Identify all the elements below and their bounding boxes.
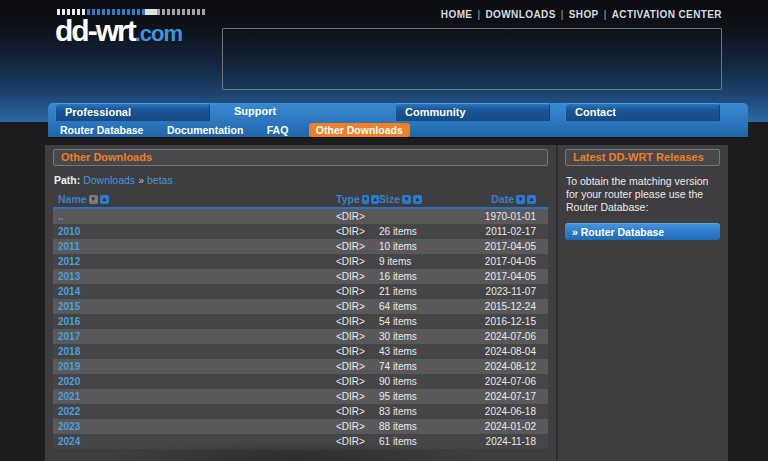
date-cell: 2024-08-12 xyxy=(466,359,548,374)
size-cell: 95 items xyxy=(379,389,466,404)
table-row: 2016<DIR>54 items2016-12-15 xyxy=(53,314,548,329)
size-cell: 21 items xyxy=(379,284,466,299)
directory-link[interactable]: 2019 xyxy=(58,361,80,372)
type-cell: <DIR> xyxy=(336,404,379,419)
table-row: 2023<DIR>88 items2024-01-02 xyxy=(53,419,548,434)
directory-link[interactable]: 2010 xyxy=(58,226,80,237)
subnav-item-other-downloads[interactable]: Other Downloads xyxy=(309,123,410,137)
table-row: 2022<DIR>83 items2024-06-18 xyxy=(53,404,548,419)
size-cell: 43 items xyxy=(379,344,466,359)
directory-link[interactable]: 2017 xyxy=(58,331,80,342)
date-cell: 2024-07-17 xyxy=(466,389,548,404)
directory-link[interactable]: 2016 xyxy=(58,316,80,327)
table-rows: ..<DIR>1970-01-012010<DIR>26 items2011-0… xyxy=(53,209,548,449)
date-cell: 2016-12-15 xyxy=(466,314,548,329)
breadcrumb-label: Path: xyxy=(54,174,80,186)
directory-link[interactable]: 2021 xyxy=(58,391,80,402)
sort-asc-icon[interactable]: ▲ xyxy=(371,195,379,204)
directory-link[interactable]: 2018 xyxy=(58,346,80,357)
logo[interactable]: dd-wrt.com xyxy=(55,9,215,49)
subnav-item-faq[interactable]: FAQ xyxy=(267,124,289,136)
date-cell: 2017-04-05 xyxy=(466,269,548,284)
column-header-type[interactable]: Type xyxy=(336,193,360,205)
table-row: 2011<DIR>10 items2017-04-05 xyxy=(53,239,548,254)
directory-link[interactable]: 2023 xyxy=(58,421,80,432)
top-nav: HOME|DOWNLOADS|SHOP|ACTIVATION CENTER xyxy=(441,9,722,20)
top-nav-link-shop[interactable]: SHOP xyxy=(569,9,599,20)
directory-link[interactable]: 2020 xyxy=(58,376,80,387)
sort-desc-icon[interactable]: ▼ xyxy=(516,195,525,204)
breadcrumb: Path: Downloads»betas xyxy=(54,174,548,186)
top-nav-link-home[interactable]: HOME xyxy=(441,9,473,20)
sort-asc-icon[interactable]: ▲ xyxy=(413,195,422,204)
size-cell: 10 items xyxy=(379,239,466,254)
nav-separator: | xyxy=(561,9,564,20)
date-cell: 2015-12-24 xyxy=(466,299,548,314)
date-cell: 2011-02-17 xyxy=(466,224,548,239)
content-panel: Other Downloads Path: Downloads»betas Na… xyxy=(45,145,728,461)
type-cell: <DIR> xyxy=(336,224,379,239)
tab-support[interactable]: Support xyxy=(225,103,380,121)
directory-link[interactable]: 2014 xyxy=(58,286,80,297)
sort-asc-icon[interactable]: ▲ xyxy=(527,195,536,204)
sidebar-text: To obtain the matching version for your … xyxy=(566,175,720,214)
directory-link[interactable]: 2022 xyxy=(58,406,80,417)
table-row: 2013<DIR>16 items2017-04-05 xyxy=(53,269,548,284)
breadcrumb-link-betas[interactable]: betas xyxy=(147,174,173,186)
directory-link[interactable]: 2024 xyxy=(58,436,80,447)
size-cell: 30 items xyxy=(379,329,466,344)
sidebar-title: Latest DD-WRT Releases xyxy=(565,149,720,166)
directory-link[interactable]: 2011 xyxy=(58,241,80,252)
type-cell: <DIR> xyxy=(336,239,379,254)
date-cell: 2024-01-02 xyxy=(466,419,548,434)
date-cell: 1970-01-01 xyxy=(466,209,548,224)
sort-desc-icon[interactable]: ▼ xyxy=(362,195,370,204)
date-cell: 2024-08-04 xyxy=(466,344,548,359)
size-cell xyxy=(379,209,466,224)
nav-separator: | xyxy=(477,9,480,20)
sort-asc-icon[interactable]: ▲ xyxy=(100,195,109,204)
directory-link[interactable]: .. xyxy=(58,211,64,222)
tab-professional[interactable]: Professional xyxy=(55,103,210,121)
page: HOME|DOWNLOADS|SHOP|ACTIVATION CENTER dd… xyxy=(0,0,768,461)
banner-placeholder-box xyxy=(222,28,722,90)
subnav-item-router-database[interactable]: Router Database xyxy=(60,124,143,136)
date-cell: 2024-11-18 xyxy=(466,434,548,449)
sort-desc-icon[interactable]: ▼ xyxy=(402,195,411,204)
table-row: 2020<DIR>90 items2024-07-06 xyxy=(53,374,548,389)
table-row: 2019<DIR>74 items2024-08-12 xyxy=(53,359,548,374)
date-cell: 2024-07-06 xyxy=(466,329,548,344)
router-database-button[interactable]: » Router Database xyxy=(565,223,720,240)
directory-link[interactable]: 2012 xyxy=(58,256,80,267)
type-cell: <DIR> xyxy=(336,284,379,299)
directory-link[interactable]: 2013 xyxy=(58,271,80,282)
sort-desc-icon[interactable]: ▼ xyxy=(89,195,98,204)
column-header-size[interactable]: Size xyxy=(379,193,400,205)
column-header-date[interactable]: Date xyxy=(491,193,514,205)
table-row: 2014<DIR>21 items2023-11-07 xyxy=(53,284,548,299)
sidebar: Latest DD-WRT Releases To obtain the mat… xyxy=(558,145,728,461)
logo-wordmark: dd-wrt.com xyxy=(55,16,215,49)
size-cell: 16 items xyxy=(379,269,466,284)
size-cell: 74 items xyxy=(379,359,466,374)
table-row: 2017<DIR>30 items2024-07-06 xyxy=(53,329,548,344)
main-column: Other Downloads Path: Downloads»betas Na… xyxy=(45,145,556,461)
tab-contact[interactable]: Contact xyxy=(565,103,720,121)
directory-link[interactable]: 2015 xyxy=(58,301,80,312)
table-row: 2015<DIR>64 items2015-12-24 xyxy=(53,299,548,314)
date-cell: 2024-06-18 xyxy=(466,404,548,419)
tab-bar: Professional Support Community Contact R… xyxy=(48,103,748,138)
page-title: Other Downloads xyxy=(53,149,548,166)
top-nav-link-downloads[interactable]: DOWNLOADS xyxy=(485,9,555,20)
column-header-name[interactable]: Name xyxy=(58,193,87,205)
size-cell: 90 items xyxy=(379,374,466,389)
tab-community[interactable]: Community xyxy=(395,103,550,121)
type-cell: <DIR> xyxy=(336,209,379,224)
breadcrumb-link-downloads[interactable]: Downloads xyxy=(83,174,135,186)
size-cell: 26 items xyxy=(379,224,466,239)
type-cell: <DIR> xyxy=(336,374,379,389)
size-cell: 88 items xyxy=(379,419,466,434)
date-cell: 2017-04-05 xyxy=(466,239,548,254)
subnav-item-documentation[interactable]: Documentation xyxy=(167,124,243,136)
top-nav-link-activation-center[interactable]: ACTIVATION CENTER xyxy=(612,9,722,20)
